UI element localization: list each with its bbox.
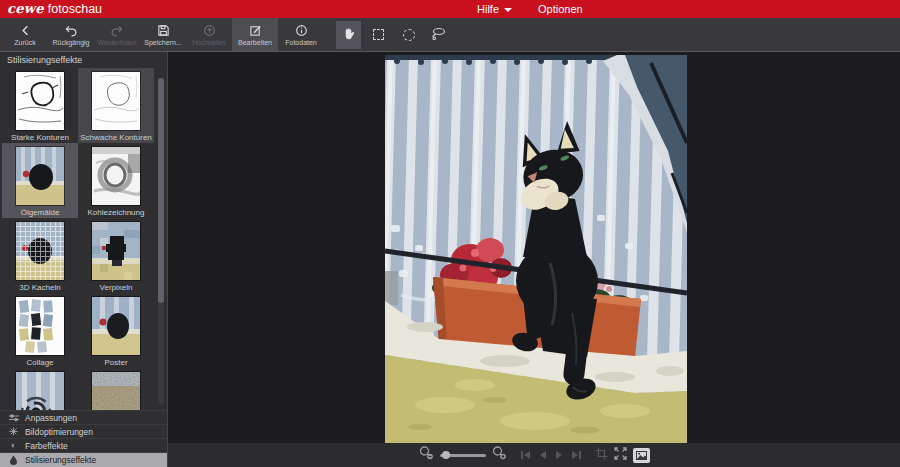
effects-sidebar: Stilisierungseffekte Starke Konturen bbox=[0, 52, 168, 467]
save-disk-icon bbox=[157, 24, 170, 37]
nav-previous-icon bbox=[538, 451, 548, 459]
sidebar-scrollbar-thumb[interactable] bbox=[158, 78, 164, 303]
rect-select-button[interactable] bbox=[366, 21, 391, 49]
stylize-icon bbox=[8, 455, 19, 465]
back-button[interactable]: Zurück bbox=[2, 18, 48, 51]
editor-canvas[interactable] bbox=[168, 52, 900, 443]
effect-3d-kacheln[interactable]: 3D Kacheln bbox=[2, 218, 78, 293]
pixelate-thumbnail bbox=[92, 222, 140, 280]
chevron-down-icon bbox=[504, 8, 512, 12]
undo-arrow-icon bbox=[64, 24, 78, 37]
upload-button: Hochladen bbox=[186, 18, 232, 51]
zoom-in-icon[interactable] bbox=[492, 446, 507, 464]
strong-contours-thumbnail bbox=[16, 72, 64, 130]
selection-tools bbox=[336, 18, 451, 51]
nav-next-icon bbox=[554, 451, 564, 459]
section-farbeffekte[interactable]: ◐ Farbeffekte bbox=[0, 438, 167, 452]
menu-optionen[interactable]: Optionen bbox=[538, 3, 583, 15]
lasso-select-icon bbox=[431, 26, 446, 44]
effect-partial-swirl[interactable] bbox=[2, 368, 78, 410]
hand-tool-icon bbox=[342, 26, 355, 44]
undo-button[interactable]: Rückgängig bbox=[48, 18, 94, 51]
effect-kohlezeichnung[interactable]: Kohlezeichnung bbox=[78, 143, 154, 218]
section-bildoptimierungen[interactable]: Bildoptimierungen bbox=[0, 424, 167, 438]
view-statusbar bbox=[168, 443, 900, 467]
app-name-text: fotoschau bbox=[48, 3, 102, 16]
contrast-icon: ◐ bbox=[8, 441, 19, 450]
effect-collage[interactable]: Collage bbox=[2, 293, 78, 368]
hand-tool-button[interactable] bbox=[336, 21, 361, 49]
edit-button[interactable]: Bearbeiten bbox=[232, 18, 278, 51]
effect-verpixeln[interactable]: Verpixeln bbox=[78, 218, 154, 293]
save-button[interactable]: Speichern... bbox=[140, 18, 186, 51]
rect-select-icon bbox=[373, 29, 384, 40]
effect-oelgemaelde[interactable]: Ölgemälde bbox=[2, 143, 78, 218]
chevron-left-icon bbox=[19, 24, 32, 37]
menu-hilfe[interactable]: Hilfe bbox=[477, 3, 512, 15]
charcoal-thumbnail bbox=[92, 147, 140, 205]
zoom-slider-thumb[interactable] bbox=[442, 451, 450, 459]
edit-square-icon bbox=[249, 24, 262, 37]
effect-partial-grain[interactable] bbox=[78, 368, 154, 410]
crop-frame-icon bbox=[595, 446, 608, 464]
panel-title: Stilisierungseffekte bbox=[0, 52, 167, 68]
brand-logo-text: cewe bbox=[7, 2, 44, 15]
tiles-3d-thumbnail bbox=[16, 222, 64, 280]
fit-to-screen-icon[interactable] bbox=[614, 446, 627, 464]
category-sections: Anpassungen Bildoptimierungen ◐ Farbeffe… bbox=[0, 410, 167, 467]
effect-starke-konturen[interactable]: Starke Konturen bbox=[2, 68, 78, 143]
weak-contours-thumbnail bbox=[92, 72, 140, 130]
effects-list: Starke Konturen Schwache Konturen bbox=[0, 68, 167, 410]
nav-last-icon bbox=[570, 451, 583, 459]
grain-effect-icon bbox=[92, 372, 140, 410]
section-stilisierungseffekte[interactable]: Stilisierungseffekte bbox=[0, 452, 167, 467]
section-anpassungen[interactable]: Anpassungen bbox=[0, 410, 167, 424]
oil-painting-thumbnail bbox=[16, 147, 64, 205]
lasso-select-button[interactable] bbox=[426, 21, 451, 49]
info-circle-icon bbox=[295, 24, 308, 37]
collage-thumbnail bbox=[16, 297, 64, 355]
redo-arrow-icon bbox=[110, 24, 124, 37]
effect-schwache-konturen[interactable]: Schwache Konturen bbox=[78, 68, 154, 143]
effect-poster[interactable]: Poster bbox=[78, 293, 154, 368]
title-bar: cewe fotoschau Hilfe Optionen bbox=[0, 0, 900, 18]
sliders-icon bbox=[8, 413, 19, 422]
upload-circle-icon bbox=[203, 24, 216, 37]
edited-photo[interactable] bbox=[385, 55, 687, 443]
ellipse-select-button[interactable] bbox=[396, 21, 421, 49]
zoom-slider[interactable] bbox=[440, 454, 486, 457]
main-toolbar: Zurück Rückgängig Wiederholen Speichern.… bbox=[0, 18, 900, 52]
nav-first-icon bbox=[519, 451, 532, 459]
menubar: Hilfe Optionen bbox=[477, 0, 583, 18]
sparkle-icon bbox=[8, 427, 19, 436]
photo-data-button[interactable]: Fotodaten bbox=[278, 18, 324, 51]
redo-button: Wiederholen bbox=[94, 18, 140, 51]
zoom-out-icon[interactable] bbox=[419, 446, 434, 464]
show-original-icon[interactable] bbox=[633, 448, 650, 463]
ellipse-select-icon bbox=[403, 29, 415, 41]
swirl-effect-icon bbox=[16, 372, 64, 410]
poster-thumbnail bbox=[92, 297, 140, 355]
app-logo: cewe fotoschau bbox=[7, 2, 102, 16]
sidebar-scrollbar[interactable] bbox=[158, 78, 164, 404]
